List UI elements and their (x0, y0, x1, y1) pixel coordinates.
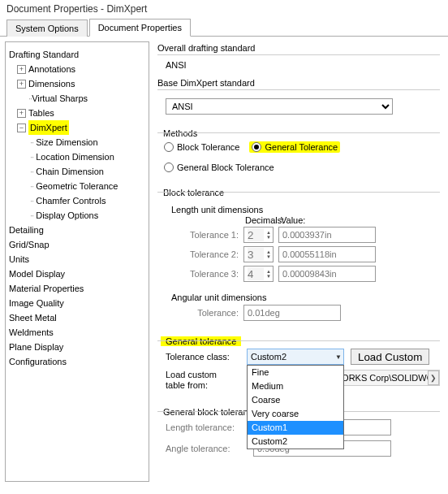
tree-chamfer-controls[interactable]: ·· Chamfer Controls (9, 193, 145, 208)
tree-sheet-metal[interactable]: Sheet Metal (9, 310, 145, 325)
decimals-header: Decimals: (245, 215, 276, 225)
tolerance-row-3: Tolerance 3: ▲▼ 0.00009843in (166, 264, 440, 284)
tree-image-quality[interactable]: Image Quality (9, 296, 145, 310)
tolerance-class-label: Tolerance class: (166, 352, 240, 362)
settings-panel: Overall drafting standard ANSI Base DimX… (154, 41, 443, 482)
tol3-value[interactable]: 0.00009843in (278, 266, 376, 282)
tolerance-row-2: Tolerance 2: ▲▼ 0.00055118in (166, 245, 440, 264)
tree-detailing[interactable]: Detailing (9, 223, 145, 237)
base-standard-select[interactable]: ANSI (166, 98, 393, 115)
scroll-right-icon[interactable]: ❯ (428, 370, 439, 385)
angular-unit-label: Angular unit dimensions (169, 292, 269, 302)
load-custom-button[interactable]: Load Custom (351, 349, 429, 365)
angular-tol-label: Tolerance: (180, 308, 239, 318)
tolerance-class-select[interactable]: Custom2 ▼ (247, 349, 344, 365)
tree-tables[interactable]: +Tables (9, 106, 145, 120)
spinner-icon[interactable]: ▲▼ (266, 269, 271, 279)
option-fine[interactable]: Fine (248, 366, 343, 379)
expand-icon[interactable]: + (17, 109, 26, 118)
option-custom1[interactable]: Custom1 (248, 421, 343, 435)
spinner-icon[interactable]: ▲▼ (266, 230, 271, 240)
tol2-value[interactable]: 0.00055118in (278, 246, 376, 262)
tol3-decimals[interactable]: ▲▼ (243, 266, 274, 282)
tree-configurations[interactable]: Configurations (9, 354, 145, 369)
window-title: Document Properties - DimXpert (0, 0, 448, 18)
tree-drafting-standard[interactable]: Drafting Standard (9, 47, 145, 62)
tree-display-options[interactable]: ·· Display Options (9, 208, 145, 223)
value-header: Value: (281, 215, 305, 225)
tree-dimxpert[interactable]: −DimXpert (9, 120, 145, 135)
angular-tol-value[interactable]: 0.01deg (243, 305, 341, 321)
tree-location-dimension[interactable]: ·· Location Dimension (9, 150, 145, 164)
tol1-value[interactable]: 0.0003937in (278, 227, 376, 243)
tab-document-properties[interactable]: Document Properties (89, 19, 191, 37)
tree-model-display[interactable]: Model Display (9, 266, 145, 281)
tree-dimensions[interactable]: +Dimensions (9, 76, 145, 91)
option-very-coarse[interactable]: Very coarse (248, 407, 343, 421)
tree-chain-dimension[interactable]: ·· Chain Dimension (9, 164, 145, 179)
option-coarse[interactable]: Coarse (248, 393, 343, 407)
expand-icon[interactable]: + (17, 65, 26, 74)
tol1-decimals[interactable]: ▲▼ (243, 227, 274, 243)
length-unit-label: Length unit dimensions (169, 205, 265, 214)
tree-size-dimension[interactable]: ·· Size Dimension (9, 135, 145, 150)
expand-icon[interactable]: + (17, 80, 26, 89)
chevron-down-icon: ▼ (335, 353, 342, 361)
angle-tolerance-label: Angle tolerance: (166, 444, 247, 453)
option-medium[interactable]: Medium (248, 379, 343, 393)
tab-system-options[interactable]: System Options (6, 20, 88, 37)
load-from-label: Load custom table from: (166, 370, 228, 391)
nav-tree[interactable]: Drafting Standard +Annotations +Dimensio… (5, 41, 149, 482)
overall-standard-label: Overall drafting standard (157, 43, 440, 53)
tolerance-row-1: Tolerance 1: ▲▼ 0.0003937in (166, 225, 440, 245)
tree-annotations[interactable]: +Annotations (9, 62, 145, 76)
tree-material-properties[interactable]: Material Properties (9, 281, 145, 296)
tolerance-class-dropdown[interactable]: Fine Medium Coarse Very coarse Custom1 C… (247, 365, 344, 449)
tree-weldments[interactable]: Weldments (9, 325, 145, 340)
spinner-icon[interactable]: ▲▼ (266, 249, 271, 259)
overall-standard-value: ANSI (157, 60, 440, 70)
tree-units[interactable]: Units (9, 252, 145, 266)
tabs: System Options Document Properties (0, 18, 448, 37)
tol2-decimals[interactable]: ▲▼ (243, 246, 274, 262)
tree-plane-display[interactable]: Plane Display (9, 340, 145, 354)
base-standard-label: Base DimXpert standard (157, 78, 440, 88)
radio-general-block-tolerance[interactable]: General Block Tolerance (164, 162, 274, 172)
collapse-icon[interactable]: − (17, 124, 26, 132)
radio-general-tolerance[interactable]: General Tolerance (249, 141, 340, 153)
length-tolerance-label: Length tolerance: (166, 422, 247, 432)
tree-grid-snap[interactable]: Grid/Snap (9, 237, 145, 252)
radio-block-tolerance[interactable]: Block Tolerance (164, 142, 239, 152)
tree-geometric-tolerance[interactable]: ·· Geometric Tolerance (9, 179, 145, 193)
tree-virtual-sharps[interactable]: ··Virtual Sharps (9, 91, 145, 106)
option-custom2[interactable]: Custom2 (248, 435, 343, 448)
